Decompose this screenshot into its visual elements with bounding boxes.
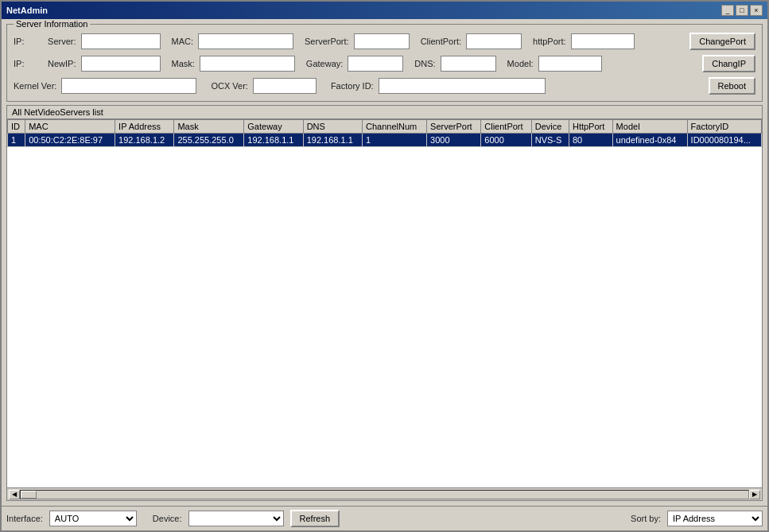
col-ip: IP Address [115,120,174,134]
mask-field[interactable]: 255.255.255.0 [200,56,295,72]
scroll-thumb[interactable] [21,491,37,499]
newip-field[interactable]: 192.168.1.2 [81,56,161,72]
main-content: Server Information IP: Server: 192.168.1… [2,19,767,506]
server-row-2: IP: NewIP: 192.168.1.2 Mask: 255.255.255… [14,55,755,72]
col-mask: Mask [174,120,244,134]
client-port-label: ClientPort: [421,37,461,46]
client-port-field[interactable]: 6000 [466,33,522,49]
window-title: NetAdmin [6,6,48,15]
dns-label: DNS: [414,59,435,68]
table-container[interactable]: ID MAC IP Address Mask Gateway DNS Chann… [7,119,762,487]
group-title: Server Information [14,19,90,29]
ocx-ver-field[interactable]: 4.1.0.53 [253,78,317,94]
col-mac: MAC [25,120,115,134]
newip-label: NewIP: [37,59,76,68]
ip-label-1: IP: [14,37,24,46]
table-cell: 3000 [427,134,481,147]
minimize-button[interactable]: _ [721,5,734,16]
server-row-1: IP: Server: 192.168.1.2 MAC: 00:50:C2:2E… [14,33,755,50]
col-http-port: HttpPort [569,120,612,134]
reboot-button[interactable]: Reboot [709,77,755,95]
table-cell: 80 [569,134,612,147]
sort-by-select[interactable]: IP AddressMACDevice [667,511,763,526]
server-port-field[interactable]: 3000 [354,33,410,49]
mask-label: Mask: [172,59,195,68]
bottom-bar: Interface: AUTOeth0eth1 Device: Refresh … [2,506,767,530]
mac-label: MAC: [172,37,194,46]
table-cell: 192.168.1.1 [303,134,362,147]
scroll-right-btn[interactable]: ▶ [749,490,760,499]
table-cell: 1 [363,134,427,147]
gateway-label: Gateway: [306,59,343,68]
server-ip-field[interactable]: 192.168.1.2 [81,33,161,49]
factory-id-field[interactable]: ID00008019404614215106I3 [379,78,546,94]
table-cell: undefined-0x84 [612,134,687,147]
col-id: ID [8,120,25,134]
sort-by-label: Sort by: [631,514,661,523]
col-gateway: Gateway [244,120,303,134]
ip-label-2: IP: [14,59,24,68]
device-select[interactable] [188,511,284,526]
col-server-port: ServerPort [427,120,481,134]
ocx-ver-label: OCX Ver: [211,81,247,91]
server-row-3: Kernel Ver: NVSS_V6.2.0_20130425 OCX Ver… [14,77,755,95]
maximize-button[interactable]: □ [736,5,748,16]
table-cell: 1 [8,134,25,147]
col-factory-id: FactoryID [687,120,761,134]
table-cell: NVS-S [531,134,569,147]
server-table: ID MAC IP Address Mask Gateway DNS Chann… [7,119,762,147]
table-cell: ID000080194... [687,134,761,147]
table-cell: 00:50:C2:2E:8E:97 [25,134,115,147]
kernel-ver-field[interactable]: NVSS_V6.2.0_20130425 [61,78,196,94]
table-cell: 192.168.1.1 [244,134,303,147]
refresh-button[interactable]: Refresh [290,510,340,527]
factory-id-label: Factory ID: [331,81,374,91]
device-label: Device: [153,514,182,523]
server-info-group: Server Information IP: Server: 192.168.1… [6,24,763,102]
list-title: All NetVideoServers list [7,106,762,119]
col-client-port: ClientPort [481,120,531,134]
mac-field[interactable]: 00:50:C2:2E:8E:97 [198,33,293,49]
table-cell: 255.255.255.0 [174,134,244,147]
table-row[interactable]: 100:50:C2:2E:8E:97192.168.1.2255.255.255… [8,134,762,147]
main-window: NetAdmin _ □ × Server Information IP: Se… [0,0,769,532]
col-dns: DNS [303,120,362,134]
model-label: Model: [507,59,534,68]
http-port-label: httpPort: [533,37,566,46]
dns-field[interactable]: 192.168.1.1 [441,56,496,72]
server-label: Server: [37,37,76,46]
table-body: 100:50:C2:2E:8E:97192.168.1.2255.255.255… [8,134,762,147]
horizontal-scrollbar[interactable]: ◀ ▶ [7,487,762,500]
scroll-track[interactable] [20,490,749,499]
interface-select[interactable]: AUTOeth0eth1 [49,511,137,526]
table-header-row: ID MAC IP Address Mask Gateway DNS Chann… [8,120,762,134]
close-button[interactable]: × [750,5,763,16]
title-bar: NetAdmin _ □ × [2,2,767,19]
window-controls: _ □ × [721,5,763,16]
col-model: Model [612,120,687,134]
table-cell: 192.168.1.2 [115,134,174,147]
change-port-button[interactable]: ChangePort [689,33,755,50]
http-port-field[interactable]: 80 [571,33,635,49]
table-cell: 6000 [481,134,531,147]
scroll-left-btn[interactable]: ◀ [9,490,20,499]
col-channel: ChannelNum [363,120,427,134]
gateway-field[interactable]: 192.168.1.1 [348,56,403,72]
server-port-label: ServerPort: [305,37,349,46]
col-device: Device [531,120,569,134]
model-field[interactable]: undefined-0x84 [538,56,602,72]
interface-label: Interface: [6,514,43,523]
chang-ip-button[interactable]: ChangIP [702,55,755,72]
server-list-section: All NetVideoServers list ID MAC IP Addre… [6,105,763,501]
kernel-ver-label: Kernel Ver: [14,81,56,91]
